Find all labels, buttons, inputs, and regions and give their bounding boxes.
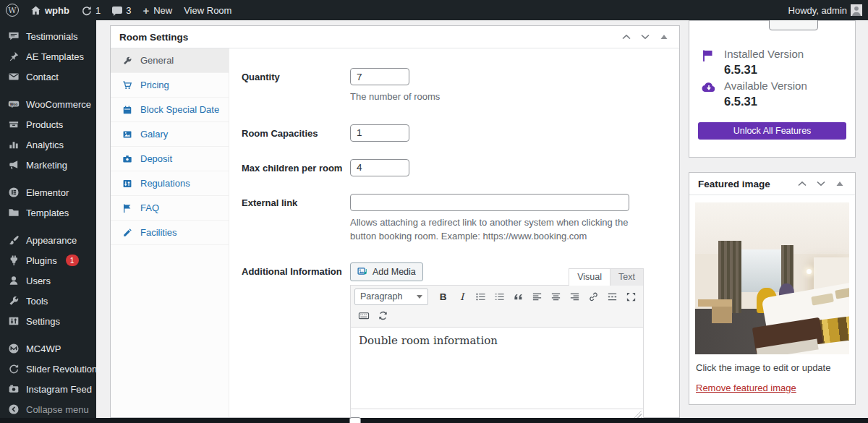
link-button[interactable]: [584, 289, 603, 305]
sidebar-item-settings[interactable]: Settings: [0, 311, 96, 331]
sidebar-item-plugins[interactable]: Plugins 1: [0, 250, 96, 270]
sidebar-item-testimonials[interactable]: Testimonials: [0, 26, 96, 46]
sidebar-item-label: Contact: [26, 72, 59, 82]
tab-pricing[interactable]: Pricing: [111, 73, 229, 98]
italic-button[interactable]: I: [453, 289, 472, 305]
comments-icon: [112, 7, 122, 14]
updates-menu[interactable]: 1: [75, 0, 106, 20]
slider-revolution-icon: [7, 363, 20, 375]
new-content-menu[interactable]: + New: [137, 0, 178, 20]
fullscreen-button[interactable]: [621, 289, 640, 305]
remove-featured-image-link[interactable]: Remove featured image: [696, 383, 796, 393]
sidebar-item-analytics[interactable]: Analytics: [0, 134, 96, 155]
collapse-toggle-icon[interactable]: [655, 28, 673, 46]
plugin-icon: [7, 255, 20, 267]
sidebar-item-tools[interactable]: Tools: [0, 291, 96, 311]
settings-icon: [7, 315, 20, 328]
settings-tab-list: General Pricing Block Special Date Galar…: [111, 48, 229, 417]
editor-content-area[interactable]: Double room information: [351, 328, 643, 409]
move-down-button[interactable]: [636, 28, 655, 46]
woocommerce-icon: Woo: [7, 98, 20, 111]
move-down-button[interactable]: [812, 175, 830, 192]
tab-galary[interactable]: Galary: [111, 122, 229, 147]
visual-tab[interactable]: Visual: [569, 268, 610, 286]
tab-label: Block Special Date: [140, 104, 219, 115]
sidebar-item-label: Testimonials: [26, 31, 78, 42]
new-label: New: [153, 5, 172, 16]
howdy-label: Howdy, admin: [788, 5, 847, 16]
external-link-input[interactable]: [350, 194, 629, 211]
installed-version-value: 6.5.31: [724, 63, 757, 77]
tab-label: Pricing: [140, 80, 169, 90]
site-menu[interactable]: wphb: [25, 0, 75, 20]
featured-image-header: Featured image: [689, 173, 855, 195]
collapse-toggle-icon[interactable]: [830, 175, 849, 192]
sidebar-item-ae-templates[interactable]: AE Templates: [0, 46, 96, 67]
tab-facilities[interactable]: Facilities: [111, 221, 229, 245]
additional-information-row: Additional Information Add Media Visual …: [242, 262, 666, 421]
sidebar-item-products[interactable]: Products: [0, 114, 96, 134]
move-up-button[interactable]: [793, 175, 812, 192]
sidebar-item-label: WooCommerce: [26, 99, 91, 110]
account-menu[interactable]: Howdy, admin: [783, 0, 868, 20]
sidebar-item-instagram-feed[interactable]: Instagram Feed: [0, 379, 96, 399]
sidebar-item-collapse-menu[interactable]: Collapse menu: [0, 399, 96, 419]
ordered-list-button[interactable]: [490, 289, 509, 305]
max-children-input[interactable]: [350, 159, 409, 176]
external-link-help: Allows attaching a redirect link to anot…: [350, 215, 632, 244]
sidebar-item-appearance[interactable]: Appearance: [0, 230, 96, 250]
sidebar-item-users[interactable]: Users: [0, 270, 96, 291]
comments-menu[interactable]: 3: [106, 0, 137, 20]
tab-block-special-date[interactable]: Block Special Date: [111, 98, 229, 122]
refresh-button[interactable]: [373, 307, 392, 324]
move-up-button[interactable]: [617, 28, 636, 46]
align-left-button[interactable]: [527, 289, 546, 305]
room-capacities-input[interactable]: [350, 124, 409, 142]
unlock-all-features-button[interactable]: Unlock All Features: [698, 122, 846, 140]
resize-handle[interactable]: [634, 411, 642, 419]
brush-icon: [7, 234, 20, 247]
bold-button[interactable]: B: [434, 289, 453, 305]
blockquote-button[interactable]: [509, 289, 528, 305]
sidebar-item-mc4wp[interactable]: MC4WP: [0, 338, 96, 359]
wordpress-logo[interactable]: W: [0, 0, 25, 20]
paragraph-format-dropdown[interactable]: Paragraph: [354, 289, 428, 305]
updates-count: 1: [95, 5, 101, 16]
tab-general[interactable]: General: [111, 48, 229, 73]
more-tag-button[interactable]: [603, 289, 621, 305]
quantity-input[interactable]: [350, 68, 409, 85]
add-media-button[interactable]: Add Media: [350, 262, 423, 281]
sidebar-item-elementor[interactable]: Elementor: [0, 182, 96, 202]
megaphone-icon: [7, 159, 20, 171]
room-capacities-label: Room Capacities: [242, 124, 350, 140]
sidebar-item-marketing[interactable]: Marketing: [0, 155, 96, 175]
keyboard-button[interactable]: [354, 307, 373, 324]
tab-faq[interactable]: FAQ: [111, 196, 229, 221]
featured-image-thumbnail[interactable]: [695, 202, 849, 354]
deposit-icon: [122, 153, 132, 164]
quantity-control: The number of rooms: [350, 68, 440, 104]
tab-deposit[interactable]: Deposit: [111, 147, 229, 171]
sidebar-item-slider-revolution[interactable]: Slider Revolution: [0, 359, 96, 379]
text-tab[interactable]: Text: [610, 268, 644, 286]
tab-label: Deposit: [140, 153, 172, 164]
partial-checkbox[interactable]: [349, 417, 361, 423]
chevron-down-icon: [417, 295, 422, 299]
align-center-button[interactable]: [546, 289, 565, 305]
sidebar-item-contact[interactable]: Contact: [0, 67, 96, 87]
external-link-label: External link: [242, 194, 350, 210]
available-version-value: 6.5.31: [724, 95, 757, 108]
view-room-link[interactable]: View Room: [178, 0, 237, 20]
sidebar-item-label: Collapse menu: [26, 404, 89, 415]
sidebar-item-woocommerce[interactable]: Woo WooCommerce: [0, 94, 96, 114]
sidebar-item-templates[interactable]: Templates: [0, 202, 96, 223]
gallery-icon: [122, 129, 132, 140]
products-icon: [7, 119, 20, 131]
sidebar-item-label: Products: [26, 119, 63, 130]
bullet-list-button[interactable]: [472, 289, 490, 305]
tab-regulations[interactable]: Regulations: [111, 171, 229, 196]
folder-icon: [7, 207, 20, 219]
align-right-button[interactable]: [565, 289, 584, 305]
wrench-icon: [122, 55, 132, 66]
sidebar-item-label: Templates: [26, 208, 69, 218]
